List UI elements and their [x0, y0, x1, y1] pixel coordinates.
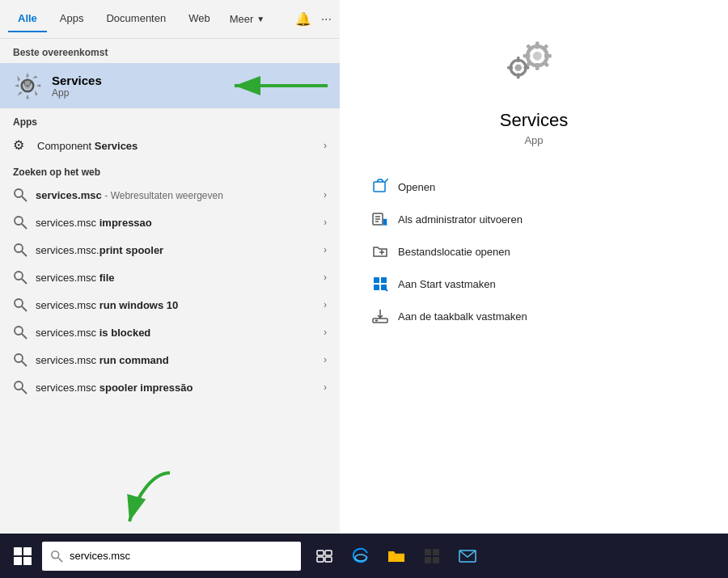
web-item-6[interactable]: services.msc run command ›: [0, 346, 340, 373]
svg-rect-39: [517, 74, 519, 79]
search-icon-2: [13, 243, 28, 257]
action-admin-label: Als administrator uitvoeren: [398, 213, 523, 226]
svg-rect-50: [374, 277, 379, 283]
action-file-location-label: Bestandslocatie openen: [398, 246, 510, 258]
svg-rect-38: [517, 57, 519, 62]
svg-point-61: [52, 551, 59, 558]
action-admin[interactable]: Als administrator uitvoeren: [372, 203, 696, 235]
web-item-label-7: services.msc spooler impressão: [36, 382, 193, 394]
svg-point-22: [15, 354, 23, 362]
chevron-icon: ›: [324, 140, 327, 151]
component-services-label: Component Services: [37, 140, 138, 152]
svg-rect-65: [317, 557, 324, 562]
svg-rect-42: [374, 182, 385, 192]
svg-rect-4: [27, 78, 28, 81]
best-match-item[interactable]: Services App: [0, 63, 340, 108]
svg-point-37: [514, 64, 522, 71]
admin-icon: [372, 211, 388, 227]
svg-rect-55: [373, 319, 387, 323]
svg-line-25: [22, 389, 27, 394]
svg-rect-59: [14, 557, 22, 565]
svg-rect-71: [433, 557, 439, 563]
search-icon-7: [13, 380, 28, 394]
svg-rect-58: [23, 547, 32, 555]
web-item-label-0: services.msc - Webresultaten weergeven: [36, 189, 223, 201]
web-item-7[interactable]: services.msc spooler impressão ›: [0, 373, 340, 401]
search-icon-5: [13, 325, 28, 340]
svg-line-13: [22, 224, 27, 229]
svg-rect-68: [425, 549, 431, 555]
svg-point-16: [15, 272, 23, 280]
svg-rect-30: [523, 54, 531, 57]
action-list: Openen Als administrator uitvoeren Besta…: [340, 171, 728, 332]
taskbar-icons: [311, 542, 482, 571]
tab-alle[interactable]: Alle: [8, 6, 47, 32]
detail-title: Services: [500, 110, 568, 131]
pin-taskbar-icon: [372, 308, 388, 324]
taskbar-search-input[interactable]: [70, 550, 293, 562]
tab-more[interactable]: Meer ▼: [223, 6, 272, 32]
web-item-2[interactable]: services.msc.print spooler ›: [0, 236, 340, 264]
feedback-icon[interactable]: 🔔: [295, 11, 311, 27]
svg-rect-70: [433, 549, 439, 555]
web-item-label-3: services.msc file: [36, 272, 115, 284]
web-item-3[interactable]: services.msc file ›: [0, 264, 340, 291]
search-icon-1: [13, 215, 28, 230]
web-item-0[interactable]: services.msc - Webresultaten weergeven ›: [0, 181, 340, 209]
detail-services-icon: [502, 32, 566, 97]
svg-rect-7: [30, 82, 32, 84]
svg-rect-6: [23, 82, 26, 84]
file-explorer-icon[interactable]: [382, 542, 411, 571]
start-button[interactable]: [6, 540, 39, 572]
svg-rect-66: [325, 557, 332, 562]
taskbar-search-icon: [50, 550, 63, 563]
svg-point-14: [15, 244, 23, 252]
task-view-icon[interactable]: [311, 542, 340, 571]
svg-rect-56: [375, 320, 378, 322]
best-match-label: Beste overeenkomst: [0, 39, 340, 63]
web-item-label-6: services.msc run command: [36, 354, 169, 366]
web-item-label-1: services.msc impressao: [36, 217, 152, 229]
web-item-5[interactable]: services.msc is blocked ›: [0, 319, 340, 346]
action-pin-start-label: Aan Start vastmaken: [398, 278, 496, 290]
svg-line-43: [385, 179, 388, 182]
search-icon-4: [13, 297, 28, 312]
search-icon-0: [13, 188, 28, 202]
svg-point-12: [15, 217, 23, 225]
action-file-location[interactable]: Bestandslocatie openen: [372, 235, 696, 268]
svg-line-17: [22, 279, 27, 284]
tabs-right-icons: 🔔 ···: [295, 11, 332, 27]
component-services-item[interactable]: ⚙ Component Services ›: [0, 131, 340, 160]
svg-line-15: [22, 251, 27, 256]
svg-rect-31: [544, 54, 552, 57]
action-pin-taskbar-label: Aan de taakbalk vastmaken: [398, 310, 527, 323]
tab-apps[interactable]: Apps: [50, 6, 94, 32]
search-icon-3: [13, 270, 28, 285]
web-item-4[interactable]: services.msc run windows 10 ›: [0, 291, 340, 319]
svg-rect-63: [317, 551, 324, 555]
taskbar-search-bar[interactable]: [42, 542, 301, 571]
svg-line-19: [22, 306, 27, 311]
action-pin-start[interactable]: Aan Start vastmaken: [372, 268, 696, 300]
taskbar: [0, 534, 728, 578]
detail-subtitle: App: [524, 134, 543, 146]
web-section-label: Zoeken op het web: [0, 160, 340, 181]
action-open[interactable]: Openen: [372, 171, 696, 203]
annotation-arrow: [218, 70, 332, 102]
store-icon[interactable]: [417, 542, 447, 571]
mail-icon[interactable]: [453, 542, 482, 571]
edge-icon[interactable]: [346, 542, 375, 571]
action-pin-taskbar[interactable]: Aan de taakbalk vastmaken: [372, 300, 696, 332]
best-match-subtitle: App: [52, 87, 102, 99]
detail-panel: Services App Openen Als administrator ui…: [340, 0, 728, 534]
services-icon: [13, 71, 42, 100]
svg-line-11: [22, 196, 27, 201]
tab-web[interactable]: Web: [179, 6, 220, 32]
svg-rect-64: [325, 551, 332, 555]
svg-line-21: [22, 334, 27, 339]
web-item-1[interactable]: services.msc impressao ›: [0, 209, 340, 236]
more-options-icon[interactable]: ···: [321, 12, 332, 27]
pin-start-icon: [372, 276, 388, 292]
tab-documenten[interactable]: Documenten: [96, 6, 176, 32]
svg-line-62: [58, 557, 62, 561]
